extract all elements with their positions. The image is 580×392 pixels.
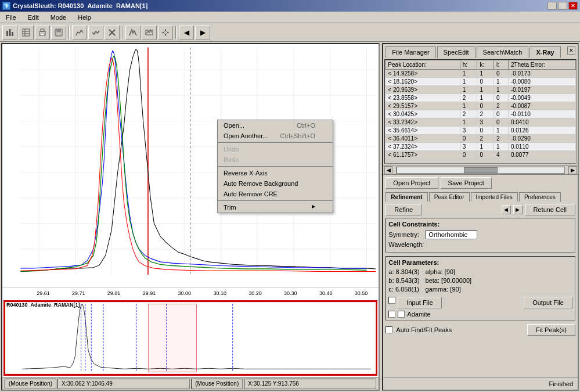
input-file-btn[interactable]: Input File <box>398 297 441 308</box>
context-menu: Open... Ctrl+O Open Another... Ctrl+Shif… <box>217 120 333 213</box>
table-row: < 35.6614>3010.0126 <box>386 127 576 135</box>
right-panel: File Manager SpecEdit Search\Match X-Ray… <box>382 43 579 391</box>
mini-chart-title: R040130_Adamite_RAMAN[1] <box>6 302 80 308</box>
cell-constraints-group: Cell Constraints: Symmetry: Orthorhombic… <box>386 218 575 253</box>
toolbar-btn-next[interactable]: ▶ <box>195 26 210 39</box>
ctx-trim[interactable]: Trim ▶ <box>218 202 333 213</box>
menu-help[interactable]: Help <box>74 13 95 22</box>
x-label-5: 30.10 <box>202 290 237 296</box>
x-label-9: 30.50 <box>344 290 379 296</box>
auto-find-checkbox[interactable] <box>386 326 392 333</box>
ctx-trim-arrow: ▶ <box>312 204 315 211</box>
menu-file[interactable]: File <box>2 13 20 22</box>
x-label-2: 29.81 <box>96 290 132 296</box>
h-scroll-thumb[interactable] <box>464 167 498 173</box>
ctx-auto-remove-cre[interactable]: Auto Remove CRE <box>218 189 333 199</box>
param-a: a: 8.304(3) <box>388 268 419 275</box>
tab-specedit[interactable]: SpecEdit <box>437 46 475 58</box>
cell-params-left: a: 8.304(3) b: 8.543(3) c: 6.058(1) <box>388 268 419 294</box>
x-label-4: 30.00 <box>167 290 202 296</box>
svg-rect-2 <box>12 32 13 36</box>
fit-peaks-btn[interactable]: Fit Peak(s) <box>527 324 575 336</box>
table-row: < 61.1757>0040.0077 <box>386 151 576 159</box>
ctx-open[interactable]: Open... Ctrl+O <box>218 120 333 131</box>
refine-button[interactable]: Refine <box>386 204 422 215</box>
output-file-btn[interactable]: Output File <box>524 297 572 308</box>
tab-xray[interactable]: X-Ray <box>529 46 560 58</box>
table-row: < 37.2324>3110.0110 <box>386 143 576 151</box>
param-a-row: a: 8.304(3) <box>388 268 419 275</box>
status-bar: (Mouse Position) X:30.062 Y:1046.49 (Mou… <box>2 377 379 390</box>
app-icon: 💎 <box>2 2 10 10</box>
toolbar-btn-peaks[interactable] <box>125 26 141 39</box>
toolbar-btn-spectrum[interactable] <box>142 26 157 39</box>
symmetry-dropdown[interactable]: Orthorhombic Cubic Tetragonal Monoclinic… <box>426 230 477 239</box>
symmetry-row: Symmetry: Orthorhombic Cubic Tetragonal … <box>388 230 572 239</box>
sub-tab-imported-files[interactable]: Imported Files <box>471 192 518 202</box>
input-checkbox[interactable] <box>388 297 395 304</box>
open-project-btn[interactable]: Open Project <box>386 177 438 189</box>
svg-point-16 <box>164 31 167 34</box>
toolbar-btn-chart1[interactable] <box>72 26 87 39</box>
tab-searchmatch[interactable]: Search\Match <box>477 46 529 58</box>
toolbar-btn-config[interactable] <box>158 26 173 39</box>
x-label-0: 29.61 <box>26 290 61 296</box>
status-seg-2: X:30.062 Y:1046.49 <box>57 379 190 389</box>
close-button[interactable]: ✕ <box>568 2 578 10</box>
title-bar: 💎 CrystalSleuth: R040130_Adamite_RAMAN[1… <box>0 0 580 12</box>
ctx-reverse-xaxis[interactable]: Reverse X-Axis <box>218 168 333 178</box>
refine-small-btn-2[interactable]: ▶ <box>513 205 523 214</box>
svg-rect-9 <box>41 34 44 35</box>
toolbar-btn-chart2[interactable] <box>88 26 103 39</box>
x-label-7: 30.30 <box>273 290 308 296</box>
mineral-checkbox[interactable] <box>388 311 395 318</box>
sub-tab-peak-editor[interactable]: Peak Editor <box>429 192 470 202</box>
mini-chart[interactable]: R040130_Adamite_RAMAN[1] <box>3 300 377 376</box>
tab-file-manager[interactable]: File Manager <box>386 46 435 58</box>
h-scroll[interactable]: ◀ ▶ <box>383 165 578 174</box>
param-alpha-row: alpha: [90] <box>426 268 472 275</box>
mineral-name: Adamite <box>407 311 430 318</box>
table-row: < 30.0425>220-0.0110 <box>386 110 576 118</box>
wavelength-row: Wavelength: <box>388 241 572 248</box>
toolbar-btn-table[interactable] <box>19 26 34 39</box>
retune-cell-btn[interactable]: Retune Cell <box>525 204 575 215</box>
col-h: h: <box>460 60 477 70</box>
xray-table-container[interactable]: Peak Location: h: k: l: 2Theta Error: < … <box>384 59 577 164</box>
ctx-auto-remove-bg[interactable]: Auto Remove Background <box>218 178 333 189</box>
col-peak-location: Peak Location: <box>386 60 460 70</box>
symmetry-label: Symmetry: <box>388 231 423 238</box>
h-scroll-left[interactable]: ◀ <box>384 166 392 174</box>
refine-small-btn-1[interactable]: ◀ <box>502 205 511 214</box>
ctx-sep-2 <box>218 166 333 167</box>
h-scroll-right[interactable]: ▶ <box>568 166 577 174</box>
minimize-button[interactable]: _ <box>547 2 557 10</box>
toolbar-btn-cross[interactable] <box>105 26 120 39</box>
maximize-button[interactable]: □ <box>558 2 567 10</box>
toolbar-btn-save[interactable] <box>51 26 66 39</box>
mini-chart-svg <box>4 301 377 375</box>
toolbar-btn-prev[interactable]: ◀ <box>179 26 194 39</box>
param-c: c: 6.058(1) <box>388 286 419 293</box>
ctx-open-another[interactable]: Open Another... Ctrl+Shift+O <box>218 131 333 141</box>
status-seg-1: (Mouse Position) <box>5 379 56 389</box>
toolbar-sep-1 <box>69 26 70 39</box>
table-row: < 33.2342>1300.0410 <box>386 118 576 127</box>
save-project-btn[interactable]: Save Project <box>441 177 492 189</box>
sub-tab-preferences[interactable]: Preferences <box>519 192 561 202</box>
param-alpha: alpha: [90] <box>426 268 455 275</box>
right-panel-close[interactable]: ✕ <box>567 46 575 55</box>
table-row: < 23.8558>210-0.0049 <box>386 94 576 102</box>
toolbar-btn-barchart[interactable] <box>2 26 17 39</box>
sub-tab-bar: Refinement Peak Editor Imported Files Pr… <box>383 191 578 202</box>
chart-area[interactable]: Open... Ctrl+O Open Another... Ctrl+Shif… <box>2 44 379 287</box>
h-scroll-track[interactable] <box>396 167 565 174</box>
col-l: l: <box>494 60 509 70</box>
col-2theta-error: 2Theta Error: <box>508 60 575 70</box>
mineral-checkbox2[interactable] <box>398 311 405 318</box>
toolbar-btn-print[interactable] <box>35 26 50 39</box>
menu-edit[interactable]: Edit <box>24 13 42 22</box>
sub-tab-refinement[interactable]: Refinement <box>386 192 427 202</box>
menu-mode[interactable]: Mode <box>47 13 70 22</box>
symmetry-dropdown-wrapper: Orthorhombic Cubic Tetragonal Monoclinic… <box>426 230 477 239</box>
